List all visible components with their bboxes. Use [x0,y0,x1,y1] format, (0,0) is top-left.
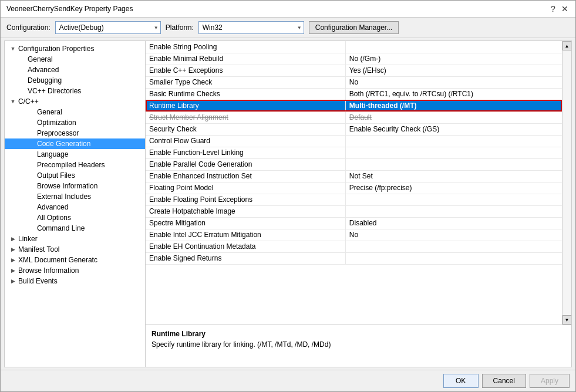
description-box: Runtime Library Specify runtime library … [146,325,571,367]
table-row[interactable]: Enable String Pooling [146,41,562,53]
prop-name: Enable Intel JCC Erratum Mitigation [146,229,345,241]
tree-label-precompiled: Precompiled Headers [37,161,105,169]
prop-value: Disabled [345,217,562,229]
prop-value: Both (/RTC1, equiv. to /RTCsu) (/RTC1) [345,88,562,100]
scroll-up-arrow[interactable]: ▲ [562,41,572,50]
config-label: Configuration: [6,23,50,32]
expand-icon-xml-doc: ▶ [9,257,16,263]
tree-item-xml-doc[interactable]: ▶ XML Document Generatc [5,255,145,265]
tree-item-command-line[interactable]: Command Line [5,223,145,234]
tree-item-output-files[interactable]: Output Files [5,170,145,181]
table-row[interactable]: Enable Intel JCC Erratum Mitigation No [146,229,562,241]
tree-item-browse-info[interactable]: Browse Information [5,181,145,191]
tree-label-language: Language [37,150,68,158]
table-row[interactable]: Control Flow Guard [146,135,562,147]
tree-label-optimization: Optimization [37,119,76,127]
table-row[interactable]: Floating Point Model Precise (/fp:precis… [146,182,562,194]
config-select[interactable]: Active(Debug) [55,21,161,34]
ok-button[interactable]: OK [443,374,479,388]
tree-item-language[interactable]: Language [5,149,145,160]
tree-item-advanced-top[interactable]: Advanced [5,65,145,75]
config-manager-button[interactable]: Configuration Manager... [309,21,399,34]
tree-item-browse-info2[interactable]: ▶ Browse Information [5,265,145,276]
main-content: ▼ Configuration Properties General Advan… [4,40,572,367]
tree-item-precompiled[interactable]: Precompiled Headers [5,160,145,170]
prop-name: Enable Enhanced Instruction Set [146,170,345,182]
platform-select[interactable]: Win32 [198,21,304,34]
scroll-track[interactable] [562,50,571,315]
table-row[interactable]: Enable EH Continuation Metadata [146,241,562,252]
tree-item-code-gen[interactable]: Code Generation [5,138,145,149]
table-row[interactable]: Create Hotpatchable Image [146,205,562,217]
expand-icon-browse-info2: ▶ [9,268,16,273]
tree-label-general2: General [37,108,62,116]
table-row[interactable]: Enable Floating Point Exceptions [146,194,562,205]
table-row[interactable]: Smaller Type Check No [146,76,562,88]
expand-icon-build-events: ▶ [9,278,16,284]
close-button[interactable]: ✕ [560,4,570,13]
prop-value-highlighted: Multi-threaded (/MT) [345,100,562,111]
tree-item-build-events[interactable]: ▶ Build Events [5,276,145,286]
table-row[interactable]: Enable Signed Returns [146,252,562,264]
tree-label-advanced-top: Advanced [28,66,59,74]
table-row[interactable]: Enable Minimal Rebuild No (/Gm-) [146,53,562,65]
tree-label-cpp: C/C++ [18,97,39,106]
table-row-highlighted[interactable]: Runtime Library Multi-threaded (/MT) [146,100,562,111]
prop-value: No [345,76,562,88]
prop-name: Enable String Pooling [146,41,345,53]
title-bar-buttons: ? ✕ [548,4,570,13]
tree-item-cpp[interactable]: ▼ C/C++ [5,96,145,107]
tree-label-browse-info: Browse Information [37,182,97,190]
tree-label-preprocessor: Preprocessor [37,129,79,137]
tree-label-general: General [28,55,53,63]
tree-item-config-props[interactable]: ▼ Configuration Properties [5,43,145,54]
prop-name: Enable Function-Level Linking [146,147,345,158]
prop-name: Enable Signed Returns [146,252,345,264]
tree-item-general[interactable]: General [5,54,145,65]
tree-item-preprocessor[interactable]: Preprocessor [5,128,145,138]
prop-value [345,205,562,217]
scrollbar[interactable]: ▲ ▼ [562,41,571,325]
apply-button[interactable]: Apply [530,374,570,388]
tree-label-vc-dirs: VC++ Directories [28,87,81,95]
tree-item-debugging[interactable]: Debugging [5,75,145,86]
tree-panel: ▼ Configuration Properties General Advan… [5,41,146,367]
help-button[interactable]: ? [548,4,558,13]
tree-item-external-inc[interactable]: External Includes [5,191,145,202]
prop-value: Not Set [345,170,562,182]
prop-name: Basic Runtime Checks [146,88,345,100]
prop-value [345,252,562,264]
table-row[interactable]: Enable Enhanced Instruction Set Not Set [146,170,562,182]
tree-item-linker[interactable]: ▶ Linker [5,234,145,244]
table-row[interactable]: Security Check Enable Security Check (/G… [146,123,562,135]
scroll-down-arrow[interactable]: ▼ [562,315,572,325]
table-row[interactable]: Enable Function-Level Linking [146,147,562,158]
table-row[interactable]: Enable Parallel Code Generation [146,158,562,170]
prop-value: Precise (/fp:precise) [345,182,562,194]
prop-name: Control Flow Guard [146,135,345,147]
footer: OK Cancel Apply [1,370,575,391]
table-row[interactable]: Spectre Mitigation Disabled [146,217,562,229]
tree-item-manifest-tool[interactable]: ▶ Manifest Tool [5,244,145,255]
tree-item-all-options[interactable]: All Options [5,212,145,223]
tree-item-advanced2[interactable]: Advanced [5,202,145,212]
prop-name: Enable Minimal Rebuild [146,53,345,65]
tree-label-build-events: Build Events [18,277,58,285]
table-row[interactable]: Basic Runtime Checks Both (/RTC1, equiv.… [146,88,562,100]
tree-label-advanced2: Advanced [37,203,68,211]
tree-item-vc-dirs[interactable]: VC++ Directories [5,86,145,96]
table-row[interactable]: Enable C++ Exceptions Yes (/EHsc) [146,65,562,76]
prop-value: No [345,229,562,241]
prop-name: Smaller Type Check [146,76,345,88]
prop-value [345,241,562,252]
config-bar: Configuration: Active(Debug) Platform: W… [1,18,575,38]
cancel-button[interactable]: Cancel [482,374,526,388]
tree-label-debugging: Debugging [28,76,62,85]
tree-item-general2[interactable]: General [5,107,145,117]
config-select-wrapper: Active(Debug) [55,21,161,34]
dialog-title: VeoneerCherrySendKey Property Pages [6,5,133,13]
tree-label-manifest-tool: Manifest Tool [18,245,59,254]
table-row[interactable]: Struct Member Alignment Default [146,111,562,123]
title-bar: VeoneerCherrySendKey Property Pages ? ✕ [1,1,575,18]
tree-item-optimization[interactable]: Optimization [5,117,145,128]
